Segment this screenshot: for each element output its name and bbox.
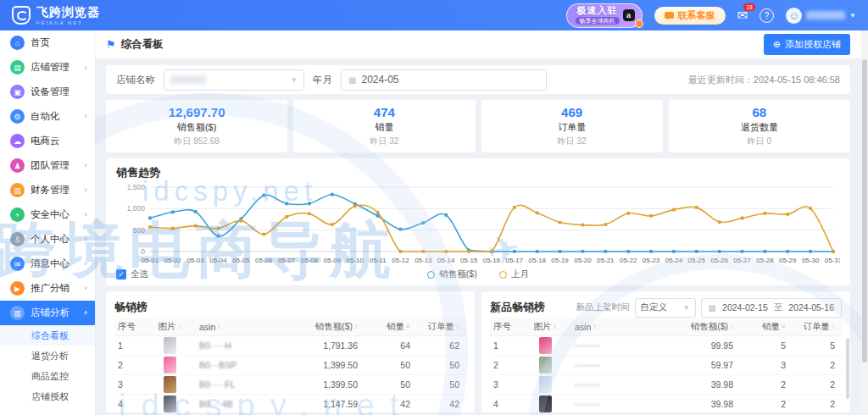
- sidebar-item-analysis[interactable]: ▥ 店铺分析 ∧: [0, 301, 95, 325]
- sort-icon[interactable]: ↕: [456, 323, 459, 330]
- svg-text:05-05: 05-05: [232, 257, 250, 264]
- mail-badge: 18: [743, 3, 755, 11]
- promo-line1: 极速入驻: [577, 6, 618, 15]
- sidebar-item-profile[interactable]: ♙ 个人中心 ∨: [0, 227, 95, 252]
- chevron-icon: ∨: [83, 236, 88, 242]
- sort-icon[interactable]: ↕: [832, 323, 835, 330]
- stat-value: 474: [374, 105, 395, 119]
- sort-icon[interactable]: ↕: [217, 323, 220, 330]
- svg-text:05-04: 05-04: [209, 257, 227, 264]
- cloud-icon: ☁: [10, 134, 25, 148]
- legend-marker-icon: [499, 271, 507, 279]
- cell-volume: 42: [361, 399, 414, 409]
- cell-orders: 2: [789, 360, 842, 370]
- mail-button[interactable]: ✉ 18: [737, 8, 748, 22]
- sidebar-item-label: 设备管理: [31, 86, 82, 98]
- add-authorized-shop-label: 添加授权店铺: [785, 38, 841, 51]
- sidebar-subitem[interactable]: 退货分析: [0, 346, 95, 366]
- column-header-label: 销售额($): [315, 321, 353, 333]
- column-header-label: 序号: [493, 321, 511, 333]
- sidebar-subitem[interactable]: 商品监控: [0, 366, 95, 386]
- profile-icon: ♙: [10, 232, 25, 246]
- date-range-to: 至: [774, 302, 783, 313]
- svg-text:05-28: 05-28: [756, 257, 774, 264]
- sidebar-item-cloud[interactable]: ☁ 电商云: [0, 129, 95, 153]
- sidebar-item-home[interactable]: ⌂ 首页: [0, 30, 95, 55]
- column-header: 销量 ≡: [737, 321, 789, 333]
- app-subtitle: FEIKUA NET: [36, 20, 100, 25]
- promo-banner[interactable]: 极速入驻 畅享全球商机 a: [566, 3, 643, 28]
- sidebar-item-finance[interactable]: ▥ 财务管理 ∨: [0, 178, 95, 202]
- sidebar-item-label: 电商云: [31, 135, 82, 147]
- sidebar-item-promotion[interactable]: ▶ 推广分销 ∨: [0, 276, 95, 301]
- cell-volume: 5: [737, 340, 789, 351]
- promo-dot-icon: [635, 19, 643, 28]
- add-authorized-shop-button[interactable]: ⊕ 添加授权店铺: [764, 34, 850, 55]
- stat-card: 469 订单量 昨日 32: [481, 100, 663, 152]
- svg-text:0: 0: [141, 247, 145, 256]
- legend-item[interactable]: 上月: [499, 268, 529, 280]
- month-picker[interactable]: ▦ 2024-05: [341, 69, 547, 91]
- sidebar-item-label: 店铺分析: [31, 307, 77, 319]
- select-all-checkbox[interactable]: ✓ 全选: [116, 268, 148, 280]
- user-menu[interactable]: ☺ ▼: [786, 8, 856, 24]
- new-product-best-sellers-card: 新品畅销榜 新品上架时间 自定义 ▼ ▦ 2024-02-15 至 2024-0…: [481, 291, 850, 412]
- table-body: 1 ▪▪▪▪▪▪▪▪ 99.95 5 5 2 ▪▪▪▪▪▪▪▪ 59.97 3 …: [490, 336, 842, 412]
- sort-icon[interactable]: ↕: [178, 323, 181, 330]
- page-scrollbar-thumb[interactable]: [862, 59, 867, 362]
- sort-icon[interactable]: ↕: [730, 323, 733, 330]
- date-range-picker[interactable]: ▦ 2024-02-15 至 2024-05-16: [701, 298, 842, 318]
- chevron-icon: ∨: [83, 64, 88, 70]
- sort-icon[interactable]: ≡: [406, 323, 410, 330]
- select-all-label: 全选: [131, 268, 148, 280]
- svg-text:05-29: 05-29: [779, 257, 797, 264]
- cell-orders: 2: [789, 379, 842, 390]
- product-image: [539, 376, 552, 393]
- sidebar-item-label: 消息中心: [31, 257, 77, 270]
- sort-icon[interactable]: ↕: [554, 323, 557, 330]
- column-header-label: 订单量: [804, 321, 831, 333]
- sort-icon[interactable]: ≡: [782, 323, 786, 330]
- contact-support-button[interactable]: 联系客服: [654, 7, 726, 25]
- column-header: 图片 ↕: [143, 321, 196, 333]
- legend-label: 销售额($): [439, 268, 476, 280]
- column-header: 订单量 ↕: [789, 321, 842, 333]
- product-image: [164, 396, 176, 412]
- launch-time-select-value: 自定义: [641, 302, 668, 313]
- stat-value: 469: [561, 105, 582, 119]
- product-image: [164, 337, 176, 354]
- sidebar-subitem[interactable]: 综合看板: [0, 325, 95, 346]
- sort-icon[interactable]: ↕: [354, 323, 358, 330]
- svg-text:05-20: 05-20: [574, 257, 592, 264]
- svg-text:05-09: 05-09: [324, 257, 342, 264]
- stat-card: 12,697.70 销售额($) 昨日 852.68: [106, 100, 287, 152]
- legend-item[interactable]: 销售额($): [427, 268, 476, 280]
- cell-asin: B0·····FL: [196, 379, 285, 390]
- sidebar-item-security[interactable]: + 安全中心 ∨: [0, 202, 95, 227]
- sidebar-item-device[interactable]: ▣ 设备管理: [0, 80, 95, 104]
- app-title: 飞跨浏览器: [36, 6, 100, 18]
- table-scrollbar[interactable]: [846, 338, 849, 399]
- launch-time-select[interactable]: 自定义 ▼: [635, 298, 696, 318]
- cell-asin: ▪▪▪▪▪▪▪▪: [571, 342, 660, 350]
- best-sellers-card: 畅销榜 序号 图片 ↕ asin ↕ 销售额($) ↕ 销量 ≡ 订单量 ↕ 1…: [106, 291, 475, 412]
- cell-sales: 1,791.36: [285, 340, 361, 351]
- sort-icon[interactable]: ↕: [593, 323, 596, 330]
- product-image: [539, 396, 552, 412]
- help-button[interactable]: ?: [760, 8, 774, 23]
- sidebar-item-store[interactable]: ▤ 店铺管理 ∨: [0, 55, 95, 80]
- page-scrollbar[interactable]: [861, 30, 868, 415]
- sidebar-item-automation[interactable]: ⚙ 自动化 ∨: [0, 104, 95, 129]
- cell-index: 4: [490, 399, 519, 409]
- sidebar: ⌂ 首页 ▤ 店铺管理 ∨ ▣ 设备管理 ⚙ 自动化 ∨ ☁ 电商云 ♟ 团队管…: [0, 30, 95, 415]
- shop-name-select[interactable]: ▼: [164, 69, 304, 91]
- sidebar-subitem[interactable]: 店铺授权: [0, 386, 95, 407]
- stat-yesterday: 昨日 32: [558, 136, 587, 147]
- sidebar-item-team[interactable]: ♟ 团队管理 ∨: [0, 153, 95, 178]
- legend-marker-icon: [427, 271, 435, 279]
- stat-value: 12,697.70: [169, 105, 225, 119]
- sidebar-item-label: 个人中心: [31, 233, 77, 246]
- sidebar-item-message[interactable]: ✉ 消息中心 ∨: [0, 252, 95, 276]
- cell-asin: B0·····H: [196, 340, 285, 351]
- cell-orders: 42: [414, 399, 466, 409]
